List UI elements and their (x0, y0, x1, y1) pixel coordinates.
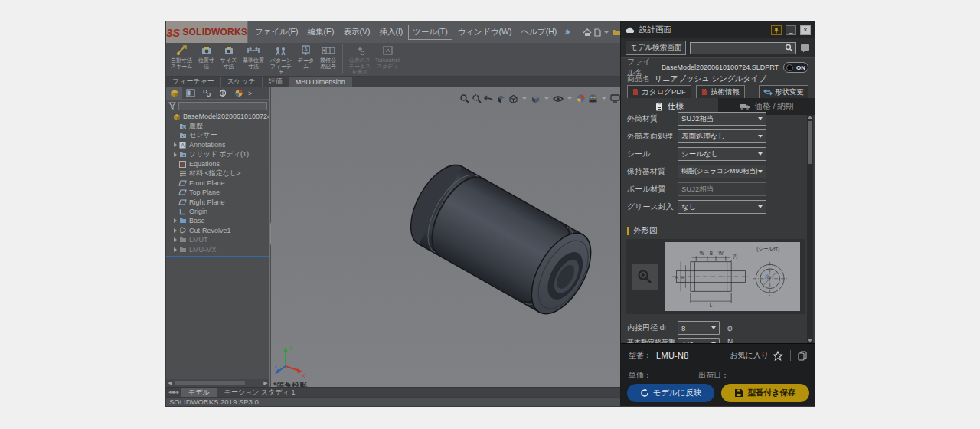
expand-arrow-icon[interactable] (174, 218, 177, 223)
apply-to-model-button[interactable]: モデルに反映 (627, 384, 714, 402)
comment-icon[interactable] (800, 44, 810, 53)
menu-edit[interactable]: 編集(E) (303, 25, 338, 39)
menu-pin-icon[interactable] (564, 28, 571, 36)
size-dimension-button[interactable]: サイズ寸法 (218, 44, 239, 69)
tree-item-root[interactable]: BaseModel20200610100724 (Default<< (166, 112, 270, 121)
auto-dimension-scheme-button[interactable]: 自動寸法スキーム (168, 44, 194, 69)
configurationmanager-tab[interactable] (198, 87, 214, 100)
tree-item-solid-bodies[interactable]: ソリッド ボディ(1) (166, 150, 270, 159)
view-orientation-icon[interactable] (531, 94, 541, 103)
scroll-right-arrow[interactable]: ▶ (262, 379, 270, 387)
tab-sketch[interactable]: スケッチ (221, 77, 263, 87)
zoom-fit-icon[interactable] (459, 93, 469, 103)
seal-select[interactable]: シールなし (678, 147, 766, 161)
save-with-model-number-button[interactable]: 型番付き保存 (721, 384, 809, 402)
menu-window[interactable]: ウィンドウ(W) (454, 25, 516, 39)
view-orientation-caret[interactable] (544, 97, 549, 100)
graphics-viewport[interactable]: Y X Z *等角投影 (271, 87, 620, 387)
retainer-material-select[interactable]: 樹脂(ジュラコンM90相当) (678, 165, 766, 178)
outer-material-select[interactable]: SUJ2相当 (678, 112, 766, 126)
view-settings-icon[interactable] (610, 94, 620, 103)
apply-scene-icon[interactable] (588, 93, 598, 103)
edit-appearance-icon[interactable] (576, 93, 586, 103)
tree-item-equations[interactable]: Σ Equations (166, 159, 270, 169)
new-document-icon[interactable] (593, 28, 602, 38)
menu-file[interactable]: ファイル(F) (251, 25, 302, 39)
propertymanager-tab[interactable] (182, 87, 198, 100)
tree-item-right-plane[interactable]: Right Plane (166, 198, 270, 207)
tab-mbd-dimension[interactable]: MBD Dimension (289, 77, 352, 87)
tree-item-cut-revolve[interactable]: Cut-Revolve1 (166, 226, 270, 235)
manager-tabs-overflow-chevron[interactable]: > (248, 90, 252, 97)
tree-item-sensors[interactable]: センサー (166, 131, 270, 140)
display-style-icon[interactable] (508, 94, 518, 103)
dimxpertmanager-tab[interactable] (214, 87, 230, 100)
expand-arrow-icon[interactable] (174, 228, 177, 233)
tree-horizontal-scrollbar[interactable]: ◀ ▶ (166, 379, 270, 387)
scroll-down-arrow[interactable] (808, 339, 812, 342)
menu-insert[interactable]: 挿入(I) (375, 25, 407, 39)
expand-arrow-icon[interactable] (174, 237, 177, 242)
location-dimension-button[interactable]: 位置寸法 (196, 44, 217, 69)
menu-help[interactable]: ヘルプ(H) (517, 25, 560, 39)
panel-on-toggle[interactable]: ON (783, 62, 808, 73)
menu-tools[interactable]: ツール(T) (408, 25, 452, 40)
datum-button[interactable]: A データム (296, 44, 316, 69)
tree-item-history[interactable]: 履歴 (166, 121, 270, 130)
favorite-star-icon[interactable] (773, 351, 783, 361)
menu-view[interactable]: 表示(V) (339, 25, 374, 39)
copy-icon[interactable] (798, 351, 807, 361)
tree-item-lmu-mx[interactable]: LMU-MX (166, 244, 270, 254)
surface-treatment-select[interactable]: 表面処理なし (678, 129, 766, 143)
tree-item-top-plane[interactable]: Top Plane (166, 188, 270, 197)
open-folder-icon[interactable] (611, 28, 620, 37)
home-icon[interactable] (582, 28, 593, 38)
tree-item-annotations[interactable]: A Annotations (166, 140, 270, 149)
tree-item-base[interactable]: Base (166, 216, 270, 225)
display-style-caret[interactable] (522, 97, 527, 100)
hide-show-items-icon[interactable] (553, 95, 564, 103)
tab-features[interactable]: フィーチャー (166, 77, 221, 87)
new-document-caret[interactable] (604, 31, 609, 34)
pin-button[interactable] (771, 25, 782, 35)
scrollbar-thumb[interactable] (175, 381, 245, 385)
scrollbar-thumb[interactable] (808, 121, 812, 164)
panel-scrollbar[interactable] (807, 115, 813, 343)
datum-location-dimension-button[interactable]: 基準位置寸法 (240, 44, 266, 69)
minimize-button[interactable]: _ (786, 25, 796, 35)
featuremanager-tree-tab[interactable] (166, 87, 182, 100)
model-tab[interactable]: モデル (181, 388, 217, 398)
model-search-button[interactable]: モデル検索画面 (626, 41, 686, 55)
tree-item-material[interactable]: 材料 <指定なし> (166, 169, 270, 178)
section-view-icon[interactable] (496, 94, 506, 103)
apply-scene-caret[interactable] (602, 97, 606, 100)
expand-arrow-icon[interactable] (174, 247, 177, 252)
inscribed-diameter-select[interactable]: 8 (678, 321, 720, 335)
search-input[interactable] (690, 42, 796, 54)
tree-item-front-plane[interactable]: Front Plane (166, 178, 270, 188)
grease-select[interactable]: なし (678, 200, 766, 214)
tech-info-button[interactable]: 技術情報 (696, 85, 745, 100)
tree-filter-input[interactable] (178, 102, 267, 110)
geometric-tolerance-button[interactable]: 幾何公差記号 (318, 44, 338, 69)
displaymanager-tab[interactable] (230, 87, 247, 100)
catalog-pdf-button[interactable]: カタログPDF (627, 85, 691, 100)
tab-evaluate[interactable]: 評価 (263, 77, 289, 87)
close-button[interactable]: × (800, 25, 811, 35)
expand-arrow-icon[interactable] (174, 152, 177, 157)
pattern-feature-button[interactable]: パターンフィーチャ (268, 44, 294, 75)
previous-view-icon[interactable] (484, 94, 494, 103)
scroll-up-arrow[interactable] (808, 116, 812, 119)
zoom-area-icon[interactable] (472, 93, 482, 103)
tree-item-origin[interactable]: Origin (166, 207, 270, 216)
tree-item-lmut[interactable]: LMUT (166, 235, 270, 244)
scroll-left-arrow[interactable]: ◀ (166, 379, 174, 387)
tab-nav-buttons[interactable]: ◂◂▸▸ (166, 389, 181, 395)
motion-study-tab[interactable]: モーション スタディ 1 (217, 388, 303, 398)
load-rating-select[interactable]: 440 (678, 338, 720, 343)
expand-arrow-icon[interactable] (174, 142, 177, 147)
drawing-zoom-button[interactable] (632, 264, 658, 290)
shape-change-button[interactable]: 形状変更 (759, 85, 808, 100)
hide-show-caret[interactable] (567, 97, 572, 100)
rollback-bar[interactable] (166, 256, 270, 257)
